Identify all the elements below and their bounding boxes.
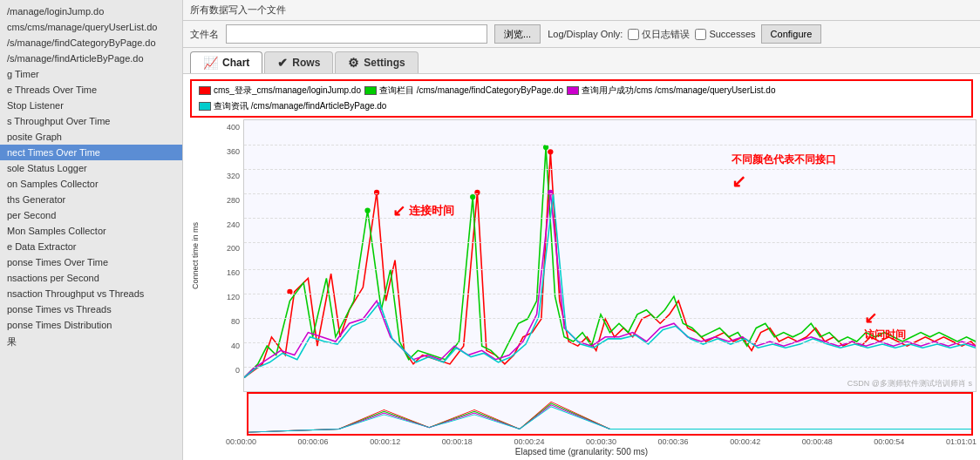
sidebar-item-16[interactable]: ponse Times Over Time [0,254,182,270]
mini-chart [247,392,973,436]
sidebar-item-7[interactable]: s Throughput Over Time [0,113,182,129]
grid-line-8 [244,318,976,319]
sidebar-item-4[interactable]: g Timer [0,66,182,82]
tab-settings[interactable]: ⚙ Settings [335,51,418,73]
browse-button[interactable]: 浏览... [494,24,541,44]
y-tick-40: 40 [231,342,240,350]
grid-line-9 [244,342,976,343]
sidebar-item-6[interactable]: Stop Listener [0,98,182,113]
sidebar-item-14[interactable]: Mon Samples Collector [0,223,182,239]
svg-point-5 [470,194,475,200]
sidebar-item-9[interactable]: nect Times Over Time [0,145,182,160]
grid-line-7 [244,294,976,294]
x-tick-6: 00:00:36 [658,437,689,446]
x-tick-1: 00:00:06 [298,437,329,446]
log-errors-label: 仅日志错误 [642,28,690,41]
svg-point-2 [548,149,553,154]
x-tick-0: 00:00:00 [226,437,256,446]
grid-line-2 [244,169,976,170]
tab-rows-label: Rows [292,57,320,69]
sidebar-item-21[interactable]: 果 [0,333,182,351]
tabs-bar: 📈 Chart ✔ Rows ⚙ Settings [183,48,980,74]
chart-svg [244,120,976,391]
svg-point-7 [548,190,553,195]
legend-item-1: 查询栏目 /cms/manage/findCategoryByPage.do [364,85,563,97]
y-tick-120: 120 [227,293,240,301]
x-axis-labels: 00:00:00 00:00:06 00:00:12 00:00:18 00:0… [187,436,977,446]
sidebar-item-10[interactable]: sole Status Logger [0,160,182,176]
y-tick-0: 0 [235,366,240,375]
legend-color-3 [199,102,211,111]
mini-chart-svg [248,394,971,434]
y-tick-400: 400 [227,123,240,132]
sidebar-item-18[interactable]: nsaction Throughput vs Threads [0,286,182,301]
legend-label-1: 查询栏目 /cms/manage/findCategoryByPage.do [379,85,563,97]
successes-checkbox-label[interactable]: Successes [695,29,755,40]
x-axis-title: Elapsed time (granularity: 500 ms) [187,447,977,457]
tab-chart-label: Chart [222,57,249,69]
tab-settings-label: Settings [364,57,405,69]
sidebar-item-12[interactable]: ths Generator [0,192,182,207]
sidebar-item-5[interactable]: e Threads Over Time [0,82,182,98]
file-path-input[interactable] [226,24,487,44]
sidebar-item-13[interactable]: per Second [0,207,182,223]
sidebar-item-0[interactable]: /manage/loginJump.do [0,3,182,19]
x-tick-7: 00:00:42 [730,437,760,446]
x-tick-10: 01:01:01 [946,437,977,446]
y-tick-280: 280 [227,196,240,205]
grid-line-3 [244,193,976,194]
sidebar-item-3[interactable]: /s/manage/findArticleByPage.do [0,51,182,66]
x-tick-3: 00:00:18 [442,437,473,446]
grid-line-10 [244,367,976,368]
sidebar-item-19[interactable]: ponse Times vs Threads [0,301,182,317]
sidebar-item-2[interactable]: /s/manage/findCategoryByPage.do [0,35,182,51]
svg-point-4 [364,208,370,213]
grid-line-4 [244,218,976,219]
watermark: CSDN @多测师软件测试培训师肖 s [847,378,972,389]
y-tick-320: 320 [227,172,240,180]
grid-line-6 [244,269,976,270]
sidebar-item-1[interactable]: cms/cms/manage/queryUserList.do [0,19,182,35]
svg-point-0 [374,190,379,195]
tab-chart[interactable]: 📈 Chart [190,51,262,73]
tab-rows[interactable]: ✔ Rows [264,51,333,73]
legend-item-3: 查询资讯 /cms/manage/findArticleByPage.do [199,100,386,112]
chart-icon: 📈 [203,56,218,70]
x-tick-9: 00:00:54 [874,437,904,446]
configure-button[interactable]: Configure [761,24,822,44]
sidebar-item-15[interactable]: e Data Extractor [0,239,182,254]
all-data-label: 所有数据写入一个文件 [190,3,286,17]
y-axis: 400 360 320 280 240 200 160 120 80 40 0 [204,119,243,392]
main-content: 所有数据写入一个文件 文件名 浏览... Log/Display Only: 仅… [183,0,980,460]
log-display-label: Log/Display Only: [548,29,623,39]
chart-inner: Connect time in ms 400 360 320 280 240 2… [187,119,977,392]
sidebar: /manage/loginJump.docms/cms/manage/query… [0,0,183,460]
rows-icon: ✔ [277,56,288,70]
legend-label-2: 查询用户成功/cms /cms/manage/queryUserList.do [582,85,775,97]
log-errors-checkbox-label[interactable]: 仅日志错误 [628,28,690,41]
sidebar-item-8[interactable]: posite Graph [0,129,182,145]
chart-area: cms_登录_cms/manage/loginJump.do 查询栏目 /cms… [183,74,980,460]
x-tick-2: 00:00:12 [370,437,400,446]
log-display-area: Log/Display Only: 仅日志错误 Successes Config… [548,24,821,44]
grid-line-5 [244,242,976,243]
log-errors-checkbox[interactable] [628,29,639,40]
legend-color-0 [199,86,211,95]
y-tick-240: 240 [227,220,240,229]
sidebar-item-17[interactable]: nsactions per Second [0,270,182,286]
file-name-label: 文件名 [190,28,219,41]
y-tick-360: 360 [227,147,240,156]
successes-checkbox[interactable] [695,29,706,40]
successes-label: Successes [709,29,755,39]
legend-label-3: 查询资讯 /cms/manage/findArticleByPage.do [214,100,386,112]
y-tick-160: 160 [227,268,240,277]
grid-line-1 [244,145,976,145]
sidebar-item-11[interactable]: on Samples Collector [0,176,182,192]
y-tick-80: 80 [231,317,240,326]
x-tick-5: 00:00:30 [586,437,616,446]
y-axis-label: Connect time in ms [191,119,200,392]
file-bar: 文件名 浏览... Log/Display Only: 仅日志错误 Succes… [183,21,980,48]
sidebar-item-20[interactable]: ponse Times Distribution [0,317,182,333]
legend-color-1 [364,86,377,95]
legend-item-2: 查询用户成功/cms /cms/manage/queryUserList.do [567,85,775,97]
